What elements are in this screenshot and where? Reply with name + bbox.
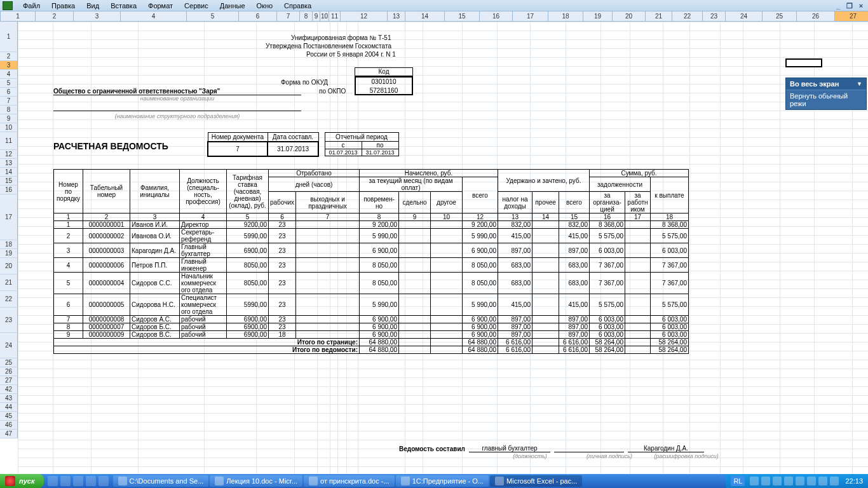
col-header[interactable]: 4: [121, 11, 187, 21]
row-header[interactable]: 9: [0, 114, 18, 123]
row-header[interactable]: 14: [0, 168, 18, 177]
tray-icon[interactable]: [750, 477, 759, 485]
row-header[interactable]: 12: [0, 150, 18, 159]
row-header[interactable]: 19: [0, 249, 18, 258]
col-header[interactable]: 17: [513, 11, 548, 21]
row-header[interactable]: 4: [0, 70, 18, 79]
tray-icon[interactable]: [784, 477, 793, 485]
tray-icon[interactable]: [773, 477, 782, 485]
row-header[interactable]: 22: [0, 291, 18, 308]
row-header[interactable]: 26: [0, 367, 18, 376]
col-header[interactable]: 15: [445, 11, 480, 21]
col-header[interactable]: 14: [405, 11, 445, 21]
window-close-icon[interactable]: ×: [857, 2, 865, 10]
row-header[interactable]: 1: [0, 22, 18, 52]
row-header[interactable]: 2: [0, 52, 18, 61]
tray-icon[interactable]: [807, 477, 816, 485]
col-header[interactable]: 18: [548, 11, 583, 21]
col-header[interactable]: 3: [74, 11, 121, 21]
ql-icon[interactable]: [98, 476, 109, 486]
menu-view[interactable]: Вид: [81, 1, 104, 11]
menu-file[interactable]: Файл: [18, 1, 45, 11]
col-header[interactable]: 12: [341, 11, 388, 21]
col-header[interactable]: 13: [388, 11, 405, 21]
window-minimize-icon[interactable]: _: [834, 2, 843, 10]
row-header[interactable]: 15: [0, 177, 18, 186]
taskbar-button-active[interactable]: Microsoft Excel - рас...: [490, 475, 582, 487]
row-header[interactable]: 7: [0, 97, 18, 105]
language-indicator[interactable]: RL: [731, 476, 745, 486]
menu-help[interactable]: Справка: [279, 1, 316, 11]
start-button[interactable]: пуск: [0, 474, 44, 488]
col-header[interactable]: 19: [583, 11, 613, 21]
table-row: 80000000007Сидоров Б.С.рабочий6900,00236…: [54, 323, 689, 331]
col-header[interactable]: 20: [613, 11, 646, 21]
menu-window[interactable]: Окно: [252, 1, 278, 11]
row-header[interactable]: 24: [0, 333, 18, 358]
col-header[interactable]: 23: [703, 11, 726, 21]
fullscreen-exit[interactable]: Вернуть обычный режи: [786, 90, 866, 109]
row-header[interactable]: 27: [0, 376, 18, 385]
col-header[interactable]: 6: [239, 11, 277, 21]
col-header[interactable]: 10: [320, 11, 329, 21]
row-header[interactable]: 18: [0, 240, 18, 249]
col-header[interactable]: 26: [797, 11, 835, 21]
ql-icon[interactable]: [86, 476, 96, 486]
tray-icon[interactable]: [761, 477, 770, 485]
spreadsheet-area[interactable]: Унифицированная форма № Т-51 Утверждена …: [18, 22, 868, 474]
taskbar-button[interactable]: от принскрита.doc -...: [304, 475, 395, 487]
menu-data[interactable]: Данные: [215, 1, 250, 11]
ql-icon[interactable]: [73, 476, 83, 486]
row-header[interactable]: 23: [0, 308, 18, 333]
dropdown-arrow-icon[interactable]: ▼: [857, 81, 862, 87]
menu-insert[interactable]: Вставка: [105, 1, 142, 11]
row-header[interactable]: 8: [0, 105, 18, 114]
menu-edit[interactable]: Правка: [46, 1, 80, 11]
taskbar-button[interactable]: Лекция 10.doc - Micr...: [210, 475, 302, 487]
row-header[interactable]: 21: [0, 274, 18, 291]
window-restore-icon[interactable]: ❐: [845, 2, 854, 10]
tray-icon[interactable]: [796, 477, 804, 485]
row-header[interactable]: 43: [0, 394, 18, 403]
row-header[interactable]: 11: [0, 132, 18, 150]
row-header[interactable]: 17: [0, 194, 18, 240]
col-header[interactable]: 25: [763, 11, 797, 21]
ql-icon[interactable]: [60, 476, 71, 486]
col-header[interactable]: 5: [187, 11, 239, 21]
taskbar-button[interactable]: C:\Documents and Se...: [113, 475, 209, 487]
tray-icon[interactable]: [818, 477, 827, 485]
row-header[interactable]: 42: [0, 385, 18, 394]
col-header[interactable]: 27: [835, 11, 868, 21]
active-cell[interactable]: [785, 58, 822, 67]
menu-service[interactable]: Сервис: [179, 1, 214, 11]
col-header[interactable]: 9: [313, 11, 320, 21]
col-header[interactable]: 7: [277, 11, 300, 21]
col-header[interactable]: 1: [1, 11, 36, 21]
fullscreen-toolbar[interactable]: Во весь экран ▼ Вернуть обычный режи: [785, 78, 867, 110]
row-header[interactable]: 46: [0, 421, 18, 430]
row-header[interactable]: 5: [0, 79, 18, 88]
row-header[interactable]: 45: [0, 412, 18, 421]
row-header[interactable]: 20: [0, 258, 18, 274]
taskbar-button[interactable]: 1С:Предприятие - О...: [396, 475, 489, 487]
ql-icon[interactable]: [48, 476, 58, 486]
col-header[interactable]: 2: [36, 11, 74, 21]
col-header[interactable]: 8: [300, 11, 313, 21]
row-header[interactable]: 13: [0, 159, 18, 168]
tray-icon[interactable]: [830, 477, 839, 485]
col-header[interactable]: 21: [646, 11, 672, 21]
col-header[interactable]: 22: [672, 11, 703, 21]
col-header[interactable]: 11: [329, 11, 341, 21]
col-header[interactable]: 24: [726, 11, 763, 21]
menu-format[interactable]: Формат: [143, 1, 178, 11]
row-header[interactable]: 10: [0, 123, 18, 132]
clock[interactable]: 22:13: [841, 477, 863, 485]
fullscreen-title[interactable]: Во весь экран ▼: [786, 78, 866, 90]
row-header[interactable]: 3: [0, 61, 18, 70]
row-header[interactable]: 44: [0, 403, 18, 412]
row-header[interactable]: 25: [0, 358, 18, 367]
col-header[interactable]: 16: [480, 11, 513, 21]
row-header[interactable]: 16: [0, 186, 18, 194]
row-header[interactable]: 6: [0, 88, 18, 97]
row-header[interactable]: 47: [0, 430, 18, 438]
